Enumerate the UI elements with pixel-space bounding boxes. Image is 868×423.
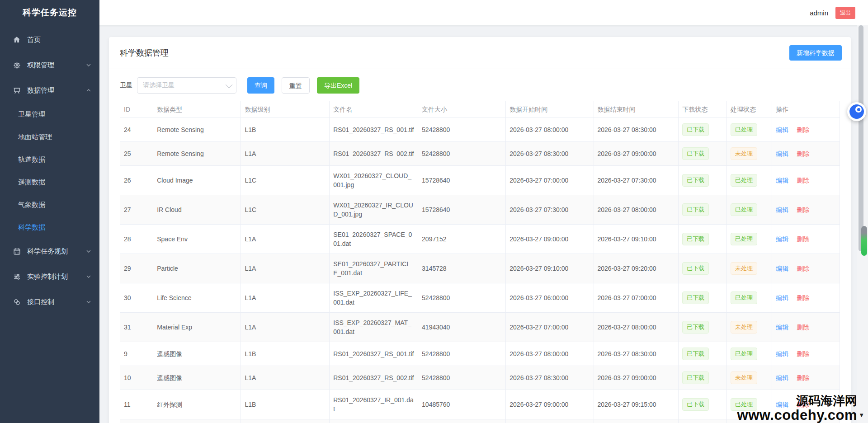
main-content: 科学数据管理 新增科学数据 卫星 请选择卫星 查询 重置 导出Excel ID … — [99, 25, 857, 423]
process-status-badge: 未处理 — [731, 262, 757, 275]
scrollbar-down-arrow[interactable]: ▼ — [859, 412, 864, 418]
cell-filesize: 52428800 — [418, 142, 506, 166]
sidebar-item-data-management[interactable]: 数据管理 — [0, 78, 99, 103]
sidebar-subitem[interactable]: 轨道数据 — [0, 148, 99, 171]
scrollbar-thumb[interactable] — [859, 25, 863, 251]
logout-button[interactable]: 退出 — [835, 7, 855, 19]
cell-download: 已下载 — [679, 225, 727, 254]
cell-download: 已下载 — [679, 254, 727, 283]
page-title: 科学数据管理 — [120, 47, 169, 58]
edit-link[interactable]: 编辑 — [776, 206, 788, 213]
reset-button[interactable]: 重置 — [282, 77, 310, 94]
cell-process: 已处理 — [727, 166, 772, 195]
cell-id: 10 — [120, 366, 153, 390]
delete-link[interactable]: 删除 — [797, 177, 809, 184]
sidebar-subitem[interactable]: 遥测数据 — [0, 171, 99, 193]
edit-link[interactable]: 编辑 — [776, 150, 788, 157]
download-status-badge: 已下载 — [682, 348, 709, 360]
sidebar-subitem[interactable]: 科学数据 — [0, 216, 99, 239]
delete-link[interactable]: 删除 — [797, 126, 809, 133]
cell-start: 2026-03-27 07:00:00 — [506, 313, 594, 342]
sidebar: 科学任务运控 首页 权限管理 数据管理 — [0, 0, 99, 423]
add-science-data-button[interactable]: 新增科学数据 — [789, 45, 842, 61]
download-status-badge: 已下载 — [682, 203, 709, 216]
cell-filesize: 15728640 — [418, 195, 506, 225]
delete-link[interactable]: 删除 — [797, 265, 809, 272]
cell-level: L1C — [241, 166, 330, 195]
edit-link[interactable]: 编辑 — [776, 294, 788, 301]
chevron-down-icon — [86, 274, 91, 279]
search-button[interactable]: 查询 — [247, 77, 274, 94]
chevron-up-icon — [86, 88, 91, 93]
edit-link[interactable]: 编辑 — [776, 126, 788, 133]
cell-filename: RS01_20260327_IR_001.dat — [330, 390, 418, 419]
delete-link[interactable]: 删除 — [797, 150, 809, 157]
cell-end: 2026-03-27 09:10:00 — [594, 225, 679, 254]
download-status-badge: 已下载 — [682, 174, 709, 187]
delete-link[interactable]: 删除 — [797, 206, 809, 213]
sidebar-submenu-data: 卫星管理 地面站管理 轨道数据 遥测数据 气象数据 科学数据 — [0, 103, 99, 239]
link-icon — [12, 297, 22, 307]
cell-level: L1B — [241, 118, 330, 142]
cell-filesize: 52428800 — [418, 366, 506, 390]
table-row: 10 遥感图像 L1A RS01_20260327_RS_002.tif 524… — [120, 366, 840, 390]
cell-end: 2026-03-27 07:30:00 — [594, 419, 679, 423]
cell-level: L1B — [241, 342, 330, 366]
cell-start: 2026-03-27 08:00:00 — [506, 118, 594, 142]
cell-type: Remote Sensing — [153, 118, 241, 142]
cell-process: 未处理 — [727, 366, 772, 390]
board-icon — [12, 85, 22, 95]
edit-link[interactable]: 编辑 — [776, 235, 788, 243]
scroll-progress-pill[interactable] — [861, 226, 867, 256]
table-row: 27 IR Cloud L1C WX01_20260327_IR_CLOUD_0… — [120, 195, 840, 225]
cell-end: 2026-03-27 07:00:00 — [594, 283, 679, 313]
export-excel-button[interactable]: 导出Excel — [317, 77, 359, 94]
cell-type: Remote Sensing — [153, 142, 241, 166]
download-status-badge: 已下载 — [682, 371, 709, 384]
edit-link[interactable]: 编辑 — [776, 177, 788, 184]
delete-link[interactable]: 删除 — [797, 324, 809, 331]
col-header-process: 处理状态 — [727, 101, 772, 118]
select-placeholder: 请选择卫星 — [143, 81, 175, 89]
sidebar-item-mission-planning[interactable]: 科学任务规划 — [0, 239, 99, 264]
delete-link[interactable]: 删除 — [797, 235, 809, 243]
edit-link[interactable]: 编辑 — [776, 265, 788, 272]
sidebar-subitem[interactable]: 气象数据 — [0, 193, 99, 216]
sidebar-item-experiment-control[interactable]: 实验控制计划 — [0, 264, 99, 289]
cell-filename: SE01_20260327_SPACE_001.dat — [330, 225, 418, 254]
sidebar-item-interface-control[interactable]: 接口控制 — [0, 289, 99, 315]
cell-id: 30 — [120, 283, 153, 313]
process-status-badge: 已处理 — [731, 348, 757, 360]
edit-link[interactable]: 编辑 — [776, 350, 788, 357]
col-header-filename: 文件名 — [330, 101, 418, 118]
sidebar-item-permissions[interactable]: 权限管理 — [0, 52, 99, 78]
cell-type: Life Science — [153, 283, 241, 313]
sidebar-subitem[interactable]: 地面站管理 — [0, 126, 99, 148]
delete-link[interactable]: 删除 — [797, 294, 809, 301]
delete-link[interactable]: 删除 — [797, 374, 809, 381]
cell-end: 2026-03-27 08:00:00 — [594, 195, 679, 225]
cell-download: 已下载 — [679, 419, 727, 423]
cell-start: 2026-03-27 07:00:00 — [506, 166, 594, 195]
floating-assistant-ball[interactable] — [847, 102, 866, 121]
cell-type: Material Exp — [153, 313, 241, 342]
table-row: 12 云图 L1C WX01_20260327_CLOUD_001.jpg 15… — [120, 419, 840, 423]
sidebar-subitem[interactable]: 卫星管理 — [0, 103, 99, 126]
download-status-badge: 已下载 — [682, 262, 709, 275]
sidebar-item-home[interactable]: 首页 — [0, 27, 99, 52]
delete-link[interactable]: 删除 — [797, 350, 809, 357]
edit-link[interactable]: 编辑 — [776, 374, 788, 381]
satellite-label: 卫星 — [120, 81, 132, 89]
table-row: 25 Remote Sensing L1A RS01_20260327_RS_0… — [120, 142, 840, 166]
edit-link[interactable]: 编辑 — [776, 324, 788, 331]
process-status-badge: 未处理 — [731, 371, 757, 384]
filter-bar: 卫星 请选择卫星 查询 重置 导出Excel — [109, 69, 851, 94]
cell-filename: WX01_20260327_CLOUD_001.jpg — [330, 166, 418, 195]
cell-download: 已下载 — [679, 313, 727, 342]
satellite-select[interactable]: 请选择卫星 — [137, 77, 236, 94]
table-row: 30 Life Science L1A ISS_EXP_20260327_LIF… — [120, 283, 840, 313]
cell-filename: ISS_EXP_20260327_LIFE_001.dat — [330, 283, 418, 313]
cell-process: 已处理 — [727, 195, 772, 225]
cell-process: 未处理 — [727, 142, 772, 166]
username: admin — [810, 9, 828, 17]
